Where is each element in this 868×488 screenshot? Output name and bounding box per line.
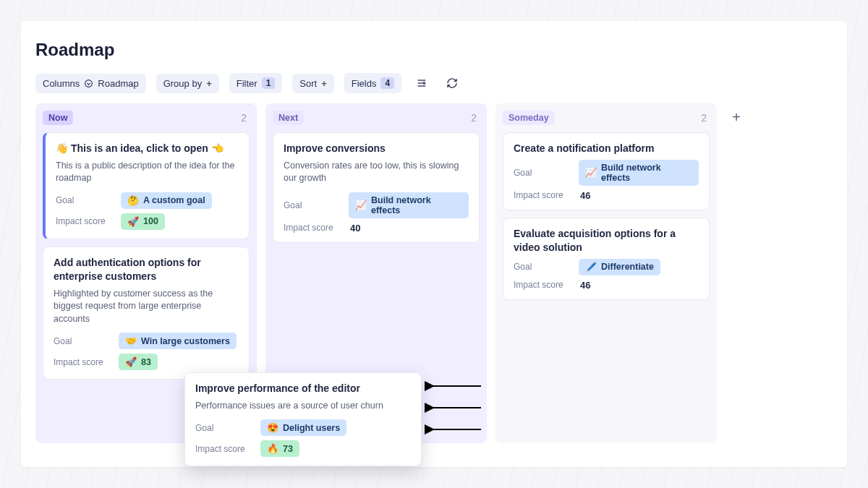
filter-label: Filter xyxy=(237,78,258,89)
impact-label: Impact score xyxy=(195,444,249,454)
settings-icon[interactable] xyxy=(412,73,432,93)
roadmap-app: Roadmap Columns Roadmap Group by + Filte… xyxy=(21,21,847,467)
column-count: 2 xyxy=(471,112,480,124)
goal-emoji-icon: 🤝 xyxy=(125,335,137,346)
refresh-icon[interactable] xyxy=(442,73,462,93)
card-description: Conversion rates are too low, this is sl… xyxy=(284,160,469,185)
card-description: This is a public description of the idea… xyxy=(56,160,239,185)
goal-text: Win large customers xyxy=(141,336,230,346)
impact-emoji-icon: 🚀 xyxy=(127,216,139,227)
goal-label: Goal xyxy=(284,200,337,210)
impact-label: Impact score xyxy=(284,223,337,233)
idea-card[interactable]: Evaluate acquisition options for a video… xyxy=(503,218,710,300)
column-header: Someday 2 xyxy=(503,111,710,125)
goal-pill: 📈 Build network effects xyxy=(579,160,699,186)
goal-pill: 🖊️ Differentiate xyxy=(579,259,660,275)
add-column-button[interactable]: + xyxy=(726,106,747,128)
annotation-arrow-icon xyxy=(425,402,482,414)
columns-value: Roadmap xyxy=(98,78,138,89)
goal-text: Build network effects xyxy=(371,195,462,215)
goal-emoji-icon: 😍 xyxy=(267,422,278,433)
fields-control[interactable]: Fields 4 xyxy=(344,73,401,93)
sort-control[interactable]: Sort + xyxy=(292,74,333,93)
plus-icon: + xyxy=(732,109,741,126)
card-title: Evaluate acquisition options for a video… xyxy=(514,227,699,254)
card-description: Performance issues are a source of user … xyxy=(195,400,411,413)
goal-label: Goal xyxy=(514,262,567,272)
impact-value: 46 xyxy=(579,190,590,201)
impact-value: 83 xyxy=(141,357,151,367)
impact-pill: 🚀 100 xyxy=(121,213,165,230)
plus-icon: + xyxy=(321,78,327,89)
page-title: Roadmap xyxy=(35,40,833,60)
idea-card[interactable]: 👋 This is an idea, click to open 👈 This … xyxy=(43,132,250,239)
board-columns: Now 2 👋 This is an idea, click to open 👈… xyxy=(35,103,833,443)
column-header: Now 2 xyxy=(43,111,250,125)
card-title: Improve performance of the editor xyxy=(195,382,411,395)
column-name: Someday xyxy=(503,111,555,125)
impact-label: Impact score xyxy=(514,190,567,200)
column-someday[interactable]: Someday 2 Create a notification platform… xyxy=(495,103,717,443)
sort-label: Sort xyxy=(299,78,317,89)
goal-pill: 📈 Build network effects xyxy=(349,192,469,218)
fields-count: 4 xyxy=(380,77,394,89)
impact-value: 40 xyxy=(349,223,360,234)
column-name: Next xyxy=(273,111,304,125)
idea-card[interactable]: Create a notification platform Goal 📈 Bu… xyxy=(503,132,710,210)
columns-control[interactable]: Columns Roadmap xyxy=(35,74,146,93)
card-title: Create a notification platform xyxy=(514,142,699,155)
goal-label: Goal xyxy=(195,423,249,433)
idea-card[interactable]: Add authentication options for enterpris… xyxy=(43,247,250,380)
toolbar: Columns Roadmap Group by + Filter 1 Sort… xyxy=(35,73,833,93)
impact-value: 73 xyxy=(283,444,293,454)
impact-label: Impact score xyxy=(514,280,567,290)
goal-label: Goal xyxy=(514,168,567,178)
chevron-down-icon xyxy=(84,79,93,88)
svg-point-4 xyxy=(423,82,425,85)
plus-icon: + xyxy=(206,78,212,89)
card-title: Add authentication options for enterpris… xyxy=(54,256,239,283)
goal-label: Goal xyxy=(54,336,107,346)
goal-text: Differentiate xyxy=(601,262,654,272)
filter-control[interactable]: Filter 1 xyxy=(229,73,283,93)
column-count: 2 xyxy=(241,112,250,124)
goal-emoji-icon: 📈 xyxy=(355,200,367,210)
groupby-label: Group by xyxy=(163,78,202,89)
idea-card[interactable]: Improve conversions Conversion rates are… xyxy=(273,132,480,243)
impact-label: Impact score xyxy=(54,357,107,367)
goal-pill: 🤔 A custom goal xyxy=(121,192,212,209)
impact-value: 100 xyxy=(143,216,158,226)
impact-label: Impact score xyxy=(56,216,109,226)
column-name: Now xyxy=(43,111,73,125)
annotation-arrow-icon xyxy=(425,380,482,392)
svg-point-0 xyxy=(85,80,93,87)
card-title: Improve conversions xyxy=(284,142,469,155)
impact-emoji-icon: 🚀 xyxy=(125,356,137,367)
card-title: 👋 This is an idea, click to open 👈 xyxy=(56,142,239,155)
columns-label: Columns xyxy=(43,78,80,89)
impact-value: 46 xyxy=(579,280,590,291)
goal-emoji-icon: 🤔 xyxy=(127,195,139,206)
goal-emoji-icon: 🖊️ xyxy=(585,262,597,273)
goal-label: Goal xyxy=(56,195,109,205)
dragging-card[interactable]: Improve performance of the editor Perfor… xyxy=(184,372,422,466)
column-header: Next 2 xyxy=(273,111,480,125)
goal-pill: 🤝 Win large customers xyxy=(119,333,237,349)
annotation-arrow-icon xyxy=(425,424,482,435)
groupby-control[interactable]: Group by + xyxy=(156,74,219,93)
filter-count: 1 xyxy=(262,77,276,89)
goal-text: Delight users xyxy=(283,423,340,433)
card-description: Highlighted by customer success as the b… xyxy=(54,288,239,326)
impact-emoji-icon: 🔥 xyxy=(267,443,278,454)
fields-label: Fields xyxy=(352,78,377,89)
goal-text: Build network effects xyxy=(601,163,692,183)
impact-pill: 🔥 73 xyxy=(260,440,299,457)
goal-pill: 😍 Delight users xyxy=(260,419,346,436)
impact-pill: 🚀 83 xyxy=(119,354,158,370)
column-count: 2 xyxy=(701,112,710,124)
goal-emoji-icon: 📈 xyxy=(585,167,597,178)
goal-text: A custom goal xyxy=(143,195,205,205)
